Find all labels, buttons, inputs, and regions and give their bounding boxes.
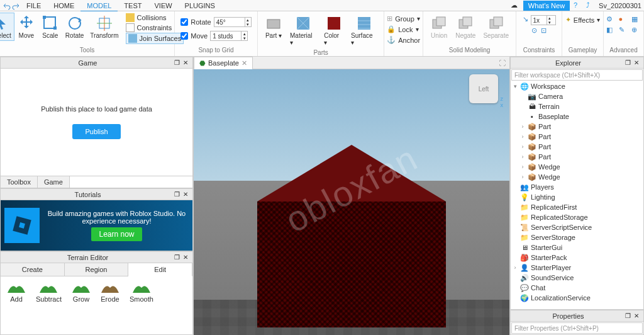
union-button[interactable]: Union: [427, 13, 451, 41]
tree-node[interactable]: 📁ServerStorage: [511, 232, 643, 242]
properties-filter[interactable]: Filter Properties (Ctrl+Shift+P): [511, 322, 643, 334]
move-checkbox[interactable]: [180, 32, 188, 40]
share-icon[interactable]: ⤴: [586, 1, 595, 10]
rotate-checkbox[interactable]: [180, 18, 188, 26]
menu-plugins[interactable]: PLUGINS: [179, 1, 221, 11]
rotate-spinner[interactable]: ▴▾: [214, 17, 252, 27]
terrain-add-button[interactable]: Add: [7, 280, 26, 303]
move-button[interactable]: Move: [14, 13, 38, 41]
tree-node[interactable]: ›📦Wedge: [511, 172, 643, 182]
adv-icon[interactable]: ⚙: [606, 15, 616, 23]
terrain-tab-region[interactable]: Region: [65, 263, 129, 276]
constraint-icon2[interactable]: ⊙: [531, 26, 537, 35]
tree-node[interactable]: ›📦Part: [511, 122, 643, 132]
menu-home[interactable]: HOME: [47, 1, 80, 11]
menu-test[interactable]: TEST: [118, 1, 148, 11]
undock-icon[interactable]: ❐: [172, 254, 181, 261]
adv-icon[interactable]: ⊕: [631, 26, 641, 34]
adv-icon[interactable]: ●: [619, 15, 629, 23]
constraint-icon[interactable]: ↘: [523, 15, 528, 25]
tree-node[interactable]: ›📦Wedge: [511, 162, 643, 172]
move-spinner[interactable]: ▴▾: [210, 31, 248, 41]
lock-button[interactable]: 🔒Lock ▾: [387, 25, 420, 34]
tree-node[interactable]: 👥Players: [511, 182, 643, 192]
scale-spinner[interactable]: ▴▾: [531, 15, 556, 25]
tab-baseplate[interactable]: ⬣Baseplate✕: [194, 57, 253, 69]
undock-icon[interactable]: ❐: [623, 312, 632, 319]
tree-node[interactable]: 🏔Terrain: [511, 101, 643, 111]
rotate-button[interactable]: Rotate: [62, 13, 87, 41]
undock-icon[interactable]: ❐: [172, 59, 181, 66]
tree-node[interactable]: 💡Lighting: [511, 192, 643, 202]
transform-button[interactable]: Transform: [87, 13, 121, 41]
help-icon[interactable]: ?: [574, 1, 582, 10]
anchor-button[interactable]: ⚓Anchor: [387, 35, 420, 45]
tree-node[interactable]: 💬Chat: [511, 283, 643, 293]
close-icon[interactable]: ✕: [632, 59, 641, 66]
tab-toolbox[interactable]: Toolbox: [1, 176, 38, 188]
expand-icon[interactable]: ›: [519, 174, 526, 180]
expand-icon[interactable]: ›: [519, 164, 526, 170]
tree-node[interactable]: 🖥StarterGui: [511, 242, 643, 253]
expand-icon[interactable]: ›: [512, 264, 518, 271]
whats-new-button[interactable]: What's New: [523, 1, 570, 11]
menu-view[interactable]: VIEW: [148, 1, 178, 11]
terrain-subtract-button[interactable]: Subtract: [36, 280, 62, 303]
learn-now-button[interactable]: Learn now: [91, 227, 142, 241]
undock-icon[interactable]: ❐: [172, 191, 181, 198]
tab-game[interactable]: Game: [38, 176, 70, 188]
explorer-tree[interactable]: ▾🌐Workspace 📷Camera 🏔Terrain ▪Baseplate›…: [511, 81, 643, 309]
adv-icon[interactable]: ▦: [631, 15, 641, 23]
close-icon[interactable]: ✕: [181, 191, 190, 198]
surface-button[interactable]: Surface ▾: [348, 13, 380, 48]
menu-model[interactable]: MODEL: [80, 1, 118, 12]
tree-node[interactable]: ▾🌐Workspace: [511, 81, 643, 91]
effects-button[interactable]: ✦Effects ▾: [565, 15, 600, 25]
terrain-smooth-button[interactable]: Smooth: [130, 280, 153, 303]
expand-icon[interactable]: ›: [519, 123, 526, 130]
menu-file[interactable]: FILE: [20, 1, 47, 11]
group-button[interactable]: ⊞Group ▾: [387, 14, 420, 23]
tree-node[interactable]: ›📦Part: [511, 132, 643, 142]
user-name[interactable]: Sv_20200301: [599, 2, 641, 9]
undo-icon[interactable]: [3, 1, 11, 10]
tree-node[interactable]: 📁ReplicatedFirst: [511, 202, 643, 212]
publish-button[interactable]: Publish: [72, 124, 120, 139]
redo-icon[interactable]: [11, 1, 20, 10]
tree-node[interactable]: ▪Baseplate: [511, 111, 643, 122]
expand-icon[interactable]: ›: [519, 144, 526, 150]
expand-icon[interactable]: ›: [519, 133, 526, 140]
tree-node[interactable]: 🔊SoundService: [511, 273, 643, 283]
terrain-tab-create[interactable]: Create: [1, 263, 65, 276]
negate-button[interactable]: Negate: [452, 13, 479, 41]
color-button[interactable]: Color ▾: [321, 13, 347, 48]
adv-icon[interactable]: ◧: [606, 26, 616, 34]
tree-node[interactable]: ›📦Part: [511, 152, 643, 162]
close-icon[interactable]: ✕: [181, 59, 190, 66]
terrain-tab-edit[interactable]: Edit: [128, 263, 192, 276]
undock-icon[interactable]: ❐: [623, 59, 632, 66]
scale-button[interactable]: Scale: [38, 13, 62, 41]
constraint-icon3[interactable]: ⊡: [541, 26, 547, 35]
separate-button[interactable]: Separate: [480, 13, 512, 41]
tree-node[interactable]: 📁ReplicatedStorage: [511, 212, 643, 222]
tree-node[interactable]: 📜ServerScriptService: [511, 222, 643, 232]
adv-icon[interactable]: ✎: [619, 26, 629, 34]
material-button[interactable]: Material ▾: [287, 13, 319, 48]
tree-node[interactable]: 🎒StarterPack: [511, 253, 643, 263]
tree-node[interactable]: ›👤StarterPlayer: [511, 263, 643, 273]
tree-node[interactable]: ›📦Part: [511, 142, 643, 152]
viewport-3d[interactable]: Left zx obloxfan: [194, 69, 509, 335]
expand-icon[interactable]: ⛶: [495, 59, 509, 67]
close-icon[interactable]: ✕: [181, 254, 190, 261]
view-cube[interactable]: Left: [469, 74, 498, 103]
terrain-grow-button[interactable]: Grow: [72, 280, 91, 303]
terrain-erode-button[interactable]: Erode: [101, 280, 119, 303]
close-icon[interactable]: ✕: [632, 312, 641, 319]
explorer-filter[interactable]: Filter workspace (Ctrl+Shift+X): [511, 69, 643, 81]
close-tab-icon[interactable]: ✕: [242, 59, 247, 67]
expand-icon[interactable]: ▾: [512, 83, 518, 89]
select-button[interactable]: Select: [0, 13, 14, 41]
part-button[interactable]: Part ▾: [262, 13, 286, 41]
tree-node[interactable]: 🌍LocalizationService: [511, 293, 643, 303]
